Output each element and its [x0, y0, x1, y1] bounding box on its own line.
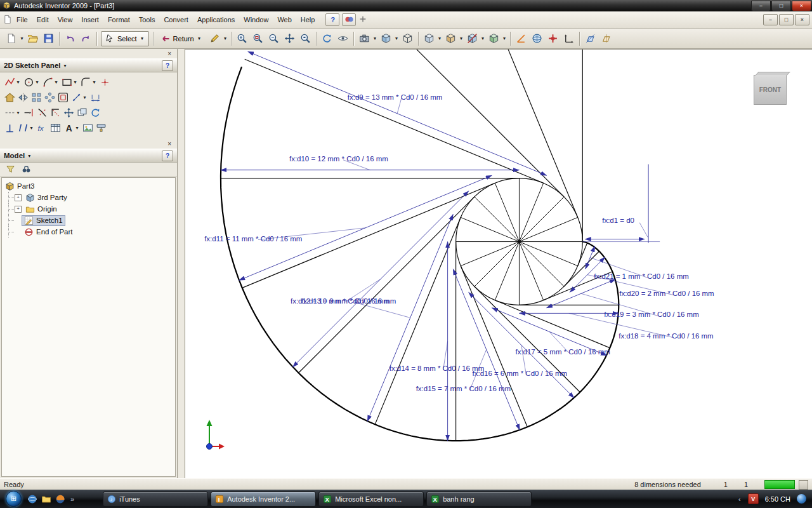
dimension-label-d14[interactable]: fx:d14 = 8 mm * Cd0 / 16 mm	[390, 364, 484, 372]
chevron-down-icon[interactable]: ▾	[91, 79, 97, 85]
chevron-down-icon[interactable]: ▾	[72, 79, 78, 85]
undo-arrow-button[interactable]	[62, 30, 78, 46]
filter-funnel-button[interactable]	[6, 164, 15, 175]
dimension-label-d11[interactable]: fx:d11 = 11 mm * Cd0 / 16 mm	[204, 235, 302, 243]
chevron-down-icon[interactable]: ▾	[223, 36, 228, 41]
tray-v-icon[interactable]: V	[748, 493, 759, 504]
rectangular-pattern-button[interactable]	[31, 92, 42, 103]
chevron-down-icon[interactable]: ▾	[140, 36, 145, 41]
insert-table-button[interactable]	[50, 123, 61, 133]
plus-icon[interactable]	[358, 15, 367, 25]
construction-line-button[interactable]: ▾	[4, 107, 21, 118]
save-floppy-button[interactable]	[41, 30, 56, 46]
text-tool-button[interactable]: A▾	[63, 123, 80, 133]
tree-item-end-of-part[interactable]: End of Part	[3, 226, 174, 237]
sketch-line-button[interactable]: ▾	[4, 77, 21, 88]
dimension-label-d15[interactable]: fx:d15 = 7 mm * Cd0 / 16 mm	[416, 385, 511, 392]
chevron-down-icon[interactable]: ▾	[197, 36, 202, 41]
quick-launch-internet-icon[interactable]	[27, 493, 38, 505]
menu-tools[interactable]: Tools	[134, 14, 160, 25]
extend-tool-button[interactable]	[23, 107, 34, 118]
panel-help-icon[interactable]: ?	[162, 150, 173, 161]
chevron-down-icon[interactable]: ▾	[82, 95, 88, 100]
chevron-down-icon[interactable]: ▾	[74, 125, 80, 131]
expand-icon[interactable]: +	[15, 194, 22, 201]
open-folder-button[interactable]	[25, 30, 41, 46]
format-paint-button[interactable]	[96, 123, 107, 133]
tree-item-3rd-party[interactable]: +3rd Party	[3, 192, 174, 203]
ortho-view-button[interactable]	[421, 30, 437, 46]
mdi-close-icon[interactable]: ×	[795, 14, 809, 25]
trim-tool-button[interactable]	[37, 107, 48, 118]
chevron-down-icon[interactable]: ▾	[34, 79, 40, 85]
zoom-all-button[interactable]	[234, 30, 250, 46]
chevron-down-icon[interactable]: ▾	[15, 79, 21, 85]
mdi-restore-icon[interactable]: □	[779, 14, 794, 25]
coordinate-axes-button[interactable]	[561, 30, 577, 46]
taskbar-button-banh-rang[interactable]: Xbanh rang	[426, 491, 532, 507]
chevron-down-icon[interactable]: ▾	[459, 36, 464, 41]
chevron-down-icon[interactable]: ▾	[15, 110, 21, 116]
chevron-down-icon[interactable]: ▾	[437, 36, 443, 41]
dimension-label-d9[interactable]: fx:d9 = 13 mm * Cd0 / 16 mm	[348, 93, 442, 101]
panel-close-icon[interactable]: ×	[167, 50, 171, 57]
dimension-label-d19[interactable]: fx:d19 = 3 mm * Cd0 / 16 mm	[604, 311, 698, 318]
circular-pattern-button[interactable]	[44, 92, 55, 103]
render-toggle-button[interactable]	[342, 13, 356, 26]
sketch-panel-header[interactable]: 2D Sketch Panel ▾ ?	[0, 58, 177, 72]
fx-parameters-button[interactable]: fx	[37, 123, 48, 133]
general-dimension-button[interactable]: ▾	[71, 92, 88, 103]
tree-item-content[interactable]: End of Part	[22, 227, 75, 237]
dimension-label-d12[interactable]: fx:d12 = 10 mm * Cd0 / 16 mm	[291, 297, 390, 305]
menu-convert[interactable]: Convert	[159, 14, 193, 25]
shaded-display-button[interactable]	[378, 30, 394, 46]
mdi-minimize-icon[interactable]: −	[763, 14, 778, 25]
sketch-point-button[interactable]	[100, 77, 110, 88]
tray-expand-icon[interactable]: ‹	[738, 495, 741, 503]
return-arrow-button[interactable]: Return▾	[157, 32, 206, 46]
sketch-arc-button[interactable]: ▾	[43, 77, 59, 88]
tree-item-content[interactable]: Part3	[3, 182, 37, 191]
sketch-rectangle-button[interactable]: ▾	[62, 77, 78, 88]
chevron-down-icon[interactable]: ▾	[29, 125, 34, 131]
start-button[interactable]: ⊞	[6, 491, 22, 507]
menu-edit[interactable]: Edit	[32, 14, 53, 25]
dimension-label-d16[interactable]: fx:d16 = 6 mm * Cd0 / 16 mm	[473, 370, 567, 377]
close-button-icon[interactable]: ×	[792, 1, 811, 11]
rotate-tool-button[interactable]	[90, 107, 101, 118]
taskbar-button-autodesk-inventor-2[interactable]: IAutodesk Inventor 2...	[211, 491, 316, 507]
help-question-button[interactable]: ?	[325, 13, 339, 26]
analysis-view-button[interactable]	[486, 30, 502, 46]
sketch-pencil-button[interactable]	[207, 30, 223, 46]
clock[interactable]: 6:50 CH	[765, 495, 790, 503]
dimension-label-d17[interactable]: fx:d17 = 5 mm * Cd0 / 16 mm	[515, 348, 610, 356]
tree-item-content[interactable]: Origin	[23, 204, 59, 214]
expand-icon[interactable]: +	[15, 206, 22, 213]
precise-input-button[interactable]	[545, 30, 561, 46]
chevron-down-icon[interactable]: ▾	[372, 36, 378, 41]
viewcube-front-face[interactable]: FRONT	[754, 75, 787, 105]
zoom-window-button[interactable]	[250, 30, 266, 46]
chevron-down-icon[interactable]: ▾	[480, 36, 486, 41]
new-page-button[interactable]	[3, 30, 19, 46]
wireframe-display-button[interactable]	[400, 30, 416, 46]
copy-tool-button[interactable]	[77, 107, 88, 118]
sketch-fillet-button[interactable]: ▾	[81, 77, 97, 88]
menu-web[interactable]: Web	[273, 14, 296, 25]
minimize-button-icon[interactable]: −	[751, 1, 771, 11]
zoom-selected-button[interactable]	[298, 30, 313, 46]
panel-close-icon[interactable]: ×	[167, 140, 171, 147]
tree-item-content[interactable]: Sketch1	[22, 216, 65, 225]
dimension-label-d18[interactable]: fx:d18 = 4 mm * Cd0 / 16 mm	[619, 332, 713, 340]
status-grid-icon[interactable]	[799, 480, 808, 490]
sketch-angle-button[interactable]	[513, 30, 529, 46]
tree-item-part3[interactable]: Part3	[3, 180, 174, 192]
world-sphere-button[interactable]	[529, 30, 545, 46]
menu-applications[interactable]: Applications	[193, 14, 239, 25]
quick-launch-browser-icon[interactable]	[55, 493, 66, 505]
auto-dimension-button[interactable]	[90, 92, 101, 103]
look-at-button[interactable]	[335, 30, 351, 46]
quick-launch-folder-icon[interactable]	[41, 493, 52, 505]
zoom-in-out-button[interactable]	[266, 30, 282, 46]
select-cursor-button[interactable]: Select▾	[101, 31, 149, 46]
